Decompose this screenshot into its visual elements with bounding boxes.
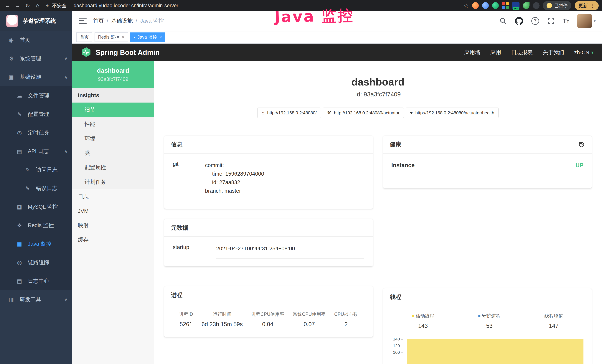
legend-square-blue-icon: ■ — [478, 314, 481, 318]
sidebar-item-config[interactable]: ✎ 配置管理 — [0, 105, 72, 124]
sidebar-item-access-log[interactable]: ✎ 访问日志 — [0, 161, 72, 179]
breadcrumb-infra[interactable]: 基础设施 — [111, 17, 133, 25]
legend-value: 143 — [412, 323, 434, 329]
sba-nav-journal[interactable]: 日志报表 — [511, 49, 533, 56]
dark-extension-icon[interactable] — [533, 2, 539, 9]
instance-home-link[interactable]: ⌂ http://192.168.0.2:48080/ — [257, 107, 321, 118]
stat-value: 0.04 — [251, 321, 284, 328]
sidebar-item-java[interactable]: ▣ Java 监控 — [0, 235, 72, 253]
sba-menu-jvm[interactable]: JVM — [72, 204, 154, 218]
sidebar-item-log-center[interactable]: ▤ 日志中心 — [0, 272, 72, 290]
breadcrumb-home[interactable]: 首页 — [93, 17, 104, 25]
stat-pid: 进程ID 5261 — [179, 311, 193, 328]
sba-language-select[interactable]: zh-CN ▾ — [574, 50, 593, 56]
close-icon[interactable]: × — [159, 34, 162, 40]
history-icon[interactable] — [578, 141, 585, 148]
info-value-git: commit: time: 1596289704000 id: 27aa832 … — [205, 161, 364, 201]
metadata-value-startup: 2021-04-27T00:44:31.254+08:00 — [216, 244, 364, 258]
info-key-git: git — [173, 161, 201, 201]
sba-menu-scheduledtasks[interactable]: 计划任务 — [72, 175, 154, 189]
sidebar-item-system[interactable]: ⚙ 系统管理 ∨ — [0, 49, 72, 68]
sba-menu-configprops[interactable]: 配置属性 — [72, 161, 154, 175]
fox-extension-icon[interactable] — [472, 2, 479, 9]
grid-extension-icon[interactable] — [502, 2, 509, 9]
app-logo — [6, 15, 18, 27]
back-icon[interactable]: ← — [3, 1, 12, 10]
caret-down-icon: ▾ — [594, 19, 596, 23]
app-logo-row[interactable]: 芋道管理系统 — [0, 11, 72, 31]
tab-java[interactable]: ● Java 监控 × — [130, 32, 165, 42]
close-icon[interactable]: × — [122, 34, 124, 40]
search-icon[interactable] — [499, 17, 507, 25]
tab-redis[interactable]: Redis 监控 × — [95, 32, 128, 42]
sba-brand[interactable]: Spring Boot Admin — [96, 49, 160, 57]
live-threads-area-series — [407, 339, 584, 364]
process-stats: 进程ID 5261 运行时间 6d 23h 15m 59s 进程CPU使用率 — [171, 310, 366, 329]
instance-actuator-link[interactable]: ⚒ http://192.168.0.2:48080/actuator — [323, 107, 404, 118]
metadata-key-startup: startup — [173, 244, 212, 258]
sba-menu-mappings[interactable]: 映射 — [72, 218, 154, 233]
health-instance-label: Instance — [391, 162, 415, 169]
breadcrumb: 首页 / 基础设施 / Java 监控 — [93, 17, 164, 25]
update-button[interactable]: 更新 ⋮ — [575, 1, 599, 10]
sba-nav-about[interactable]: 关于我们 — [543, 49, 564, 56]
info-card: 信息 git commit: time: 1596289704000 id: 2… — [164, 136, 373, 209]
tab-home[interactable]: 首页 — [76, 32, 92, 42]
sba-menu-details[interactable]: 细节 — [72, 103, 154, 117]
sba-menu-classes[interactable]: 类 — [72, 146, 154, 161]
github-icon[interactable] — [515, 17, 523, 25]
paused-badge[interactable]: 已暂停 — [543, 1, 571, 10]
sba-nav-applications[interactable]: 应用 — [490, 49, 501, 56]
on-badge-extension-icon[interactable]: on — [512, 2, 519, 9]
sidebar-item-api-log[interactable]: ▤ API 日志 ∧ — [0, 142, 72, 161]
url-text[interactable]: dashboard.yudao.iocoder.cn/infra/admin-s… — [74, 3, 178, 9]
legend-label: 线程峰值 — [545, 313, 563, 319]
sba-content: dashboard Id: 93a3fc7f7409 ⌂ http://192.… — [154, 61, 602, 364]
sidebar-item-redis[interactable]: ❖ Redis 监控 — [0, 216, 72, 235]
sba-nav-wall[interactable]: 应用墙 — [464, 49, 480, 56]
tab-label: 首页 — [80, 34, 89, 40]
sba-menu-logs[interactable]: 日志 — [72, 189, 154, 204]
forward-icon[interactable]: → — [13, 1, 22, 10]
legend-value: 53 — [478, 323, 501, 329]
health-card: 健康 Instance UP — [383, 136, 592, 188]
legend-label: 守护进程 — [482, 313, 501, 319]
sidebar-item-mysql[interactable]: ▦ MySQL 监控 — [0, 198, 72, 216]
reload-icon[interactable]: ↻ — [23, 1, 32, 10]
home-icon[interactable]: ⌂ — [33, 1, 42, 10]
sidebar-item-files[interactable]: ☁ 文件管理 — [0, 86, 72, 105]
sba-language-value: zh-CN — [574, 50, 589, 56]
green-extension-icon[interactable] — [492, 2, 499, 9]
sba-logo-icon[interactable] — [81, 47, 92, 58]
hamburger-icon[interactable] — [79, 18, 87, 24]
info-line-commit: commit: — [205, 161, 364, 170]
sidebar-item-devtools[interactable]: ▥ 研发工具 ∨ — [0, 290, 72, 309]
sidebar-item-infra[interactable]: ▣ 基础设施 ∧ — [0, 68, 72, 86]
sidebar-item-error-log[interactable]: ✎ 错误日志 — [0, 179, 72, 198]
security-chip[interactable]: ⚠ 不安全 — [45, 2, 66, 9]
sba-menu-metrics[interactable]: 性能 — [72, 117, 154, 131]
help-icon[interactable]: ? — [531, 17, 539, 25]
fullscreen-icon[interactable] — [547, 17, 555, 25]
sba-instance-id: 93a3fc7f7409 — [74, 76, 152, 82]
sidebar-item-home[interactable]: ◉ 首页 — [0, 31, 72, 49]
leaf-extension-icon[interactable] — [523, 2, 529, 9]
sba-menu-environment[interactable]: 环境 — [72, 131, 154, 146]
topbar-actions: ? TT ▾ — [499, 14, 596, 28]
instance-health-link[interactable]: ♥ http://192.168.0.2:48080/actuator/heal… — [406, 107, 499, 118]
health-instance-row[interactable]: Instance UP — [390, 160, 585, 175]
font-size-icon[interactable]: TT — [563, 17, 569, 24]
sidebar-item-trace[interactable]: ◎ 链路追踪 — [0, 253, 72, 272]
sidebar-item-jobs[interactable]: ◷ 定时任务 — [0, 124, 72, 142]
bookmark-star-icon[interactable]: ☆ — [464, 2, 469, 9]
sba-instance-header[interactable]: dashboard 93a3fc7f7409 — [72, 61, 154, 88]
user-menu[interactable]: ▾ — [577, 14, 596, 28]
kebab-menu-icon[interactable]: ⋮ — [590, 3, 595, 8]
stat-label: 进程ID — [179, 311, 193, 317]
sidebar-item-label: 定时任务 — [28, 129, 49, 137]
threads-card: 线程 ■ 活动线程 143 — [383, 288, 592, 364]
drop-extension-icon[interactable] — [482, 2, 489, 9]
sidebar-item-label: 文件管理 — [28, 92, 49, 99]
sba-menu-caches[interactable]: 缓存 — [72, 233, 154, 247]
page-title: dashboard — [164, 76, 592, 88]
